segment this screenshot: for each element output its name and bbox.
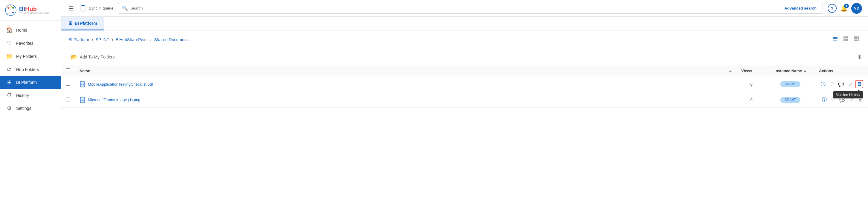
table-row: PDF MobileApplicationTestingChecklist.pd… (61, 76, 868, 92)
row1-info-button[interactable]: ⓘ (820, 80, 827, 88)
select-all-checkbox[interactable] (66, 68, 70, 72)
breadcrumb-shared-documents[interactable]: Shared Documen... (154, 37, 190, 42)
barcode-icon: ⦀ (858, 53, 861, 61)
svg-rect-13 (846, 36, 848, 38)
home-icon: 🏠 (6, 27, 12, 33)
svg-rect-12 (843, 36, 845, 38)
grid-small-view-button[interactable] (842, 35, 850, 44)
row1-instance-cell: SP-INT (766, 76, 814, 92)
row1-version-history-button[interactable]: 🖥 (856, 80, 863, 88)
row1-favorite-button[interactable]: ♡ (829, 80, 835, 88)
notification-badge: 1 (844, 4, 849, 8)
comment-icon: 💬 (838, 81, 844, 87)
svg-rect-17 (856, 36, 858, 38)
instance-name-header: Instance Name ≡ (766, 65, 814, 76)
list-view-button[interactable] (831, 35, 839, 44)
name-header: Name ↓ (75, 65, 724, 76)
add-folder-label: Add To My Folders (80, 55, 115, 59)
sidebar: BI Hub YOUR BI SEARCH ENGINE 🏠 Home ♡ Fa… (0, 0, 61, 213)
row2-instance-cell: SP-INT (766, 92, 814, 108)
table-row: PNG MicrosoftTeams-image (1).png 0 SP-IN… (61, 92, 868, 108)
row2-file-name: MicrosoftTeams-image (1).png (88, 98, 141, 102)
sidebar-item-history[interactable]: ⏱ History (0, 89, 61, 102)
row2-checkbox[interactable] (66, 98, 70, 101)
row1-views-cell: 0 (737, 76, 766, 92)
sidebar-label-settings: Settings (16, 106, 31, 111)
row1-comment-button[interactable]: 💬 (837, 80, 845, 88)
tab-bar: ⊞ BI Platform (61, 17, 868, 30)
row1-action-icons: ⓘ ♡ 💬 ⤢ (819, 80, 863, 88)
instance-menu-icon[interactable]: ≡ (804, 69, 806, 73)
svg-rect-21 (858, 38, 859, 40)
sidebar-item-bi-platform[interactable]: ⊞ BI Platform (0, 76, 61, 89)
sidebar-item-home[interactable]: 🏠 Home (0, 24, 61, 37)
svg-rect-11 (833, 40, 838, 41)
content-area: BI Platform › SP-INT › BiHubSharePoint ›… (61, 30, 868, 213)
svg-rect-24 (858, 40, 859, 41)
spacer-header: ≡ (724, 65, 737, 76)
search-input[interactable] (130, 6, 779, 10)
tab-bi-platform[interactable]: ⊞ BI Platform (61, 17, 104, 30)
row1-share-button[interactable]: ⤢ (847, 80, 853, 88)
folder-plus-icon: 📂 (71, 54, 78, 60)
row1-version-history-container: 🖥 Version History (856, 80, 863, 88)
sort-icon[interactable]: ↓ (92, 69, 94, 73)
breadcrumb-sp-int[interactable]: SP-INT (96, 37, 110, 42)
row1-file-icon: PDF (80, 81, 86, 87)
svg-rect-18 (858, 36, 859, 38)
row2-instance-badge: SP-INT (780, 97, 800, 103)
row2-info-button[interactable]: ⓘ (821, 96, 828, 104)
advanced-search-button[interactable]: Advanced search (782, 5, 819, 12)
breadcrumb-bihubsharepoint[interactable]: BiHubSharePoint (116, 37, 148, 42)
sidebar-label-bi-platform: BI Platform (16, 80, 37, 85)
favorites-icon: ♡ (6, 40, 12, 46)
grid-large-view-button[interactable] (852, 35, 861, 44)
svg-text:PNG: PNG (81, 99, 84, 101)
row2-file-link[interactable]: PNG MicrosoftTeams-image (1).png (80, 97, 732, 103)
header: ☰ Sync in queue 🔍 Advanced search ? 🔔 1 … (61, 0, 868, 17)
help-button[interactable]: ? (828, 4, 837, 13)
breadcrumb-sep-2: › (112, 37, 113, 42)
add-to-my-folders-button[interactable]: 📂 Add To My Folders (68, 52, 117, 62)
search-bar: 🔍 Advanced search (118, 3, 823, 14)
row1-actions-cell: ⓘ ♡ 💬 ⤢ (814, 76, 868, 92)
sync-label: Sync in queue (89, 6, 113, 10)
logo-bi: BI (19, 6, 25, 12)
version-history-icon: 🖥 (857, 81, 862, 87)
hamburger-button[interactable]: ☰ (67, 4, 75, 13)
row1-checkbox-cell (61, 76, 75, 92)
column-menu-icon[interactable]: ≡ (729, 69, 732, 73)
row1-file-link[interactable]: PDF MobileApplicationTestingChecklist.pd… (80, 81, 732, 87)
sidebar-item-hub-folders[interactable]: 🗂 Hub Folders (0, 63, 61, 76)
search-icon: 🔍 (122, 5, 128, 11)
row1-instance-badge: SP-INT (780, 81, 800, 87)
sidebar-item-settings[interactable]: ⚙ Settings (0, 102, 61, 115)
view-toggles (831, 35, 861, 44)
svg-text:PDF: PDF (81, 83, 84, 85)
info-icon: ⓘ (821, 81, 826, 87)
svg-rect-14 (843, 39, 845, 41)
version-history-tooltip: Version History (833, 91, 863, 99)
sidebar-item-favorites[interactable]: ♡ Favorites (0, 37, 61, 50)
row1-checkbox[interactable] (66, 82, 70, 85)
sidebar-label-my-folders: My Folders (16, 54, 37, 59)
sidebar-item-my-folders[interactable]: 📁 My Folders (0, 50, 61, 63)
row2-name-cell: PNG MicrosoftTeams-image (1).png (75, 92, 737, 108)
select-all-header (61, 65, 75, 76)
tab-bi-platform-label: BI Platform (75, 21, 97, 26)
my-folders-icon: 📁 (6, 53, 12, 60)
svg-rect-19 (854, 38, 856, 40)
sync-indicator: Sync in queue (80, 5, 113, 12)
avatar[interactable]: VD (851, 3, 862, 14)
breadcrumb-bi-platform[interactable]: BI Platform (68, 37, 89, 42)
notifications-button[interactable]: 🔔 1 (840, 5, 848, 12)
breadcrumb-sep-1: › (91, 37, 93, 42)
pdf-icon: PDF (80, 81, 86, 87)
sidebar-label-favorites: Favorites (16, 41, 33, 46)
logo-icon (5, 4, 17, 16)
instance-name-label: Instance Name (774, 69, 802, 73)
toolbar: 📂 Add To My Folders ⦀ (61, 49, 868, 65)
sidebar-label-home: Home (16, 28, 27, 33)
sync-spinner-icon (80, 5, 86, 12)
name-column-label: Name (80, 69, 90, 73)
